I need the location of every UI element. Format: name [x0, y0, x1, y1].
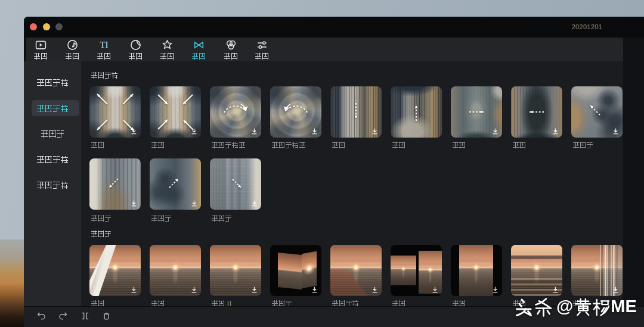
- svg-text:TI: TI: [100, 40, 108, 49]
